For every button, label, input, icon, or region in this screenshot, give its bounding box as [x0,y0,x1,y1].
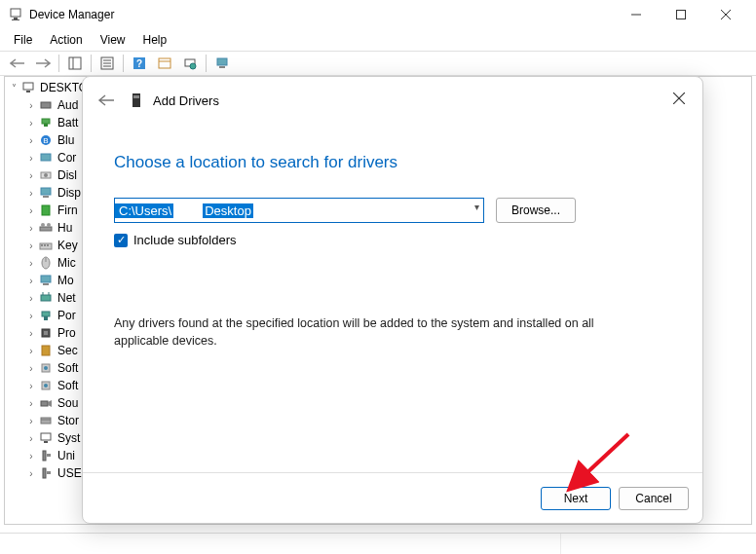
help-button[interactable]: ? [128,53,151,74]
toolbar-icon-1[interactable] [153,53,176,74]
expand-icon[interactable]: › [24,381,38,391]
expand-icon[interactable]: › [24,451,38,462]
device-category-icon [38,448,54,463]
tree-item-label: USE [57,466,82,480]
window-title: Device Manager [29,8,614,21]
tree-item-label: Batt [57,116,78,129]
device-category-icon [38,308,54,323]
expand-icon[interactable]: › [24,293,38,304]
browse-button[interactable]: Browse... [496,198,576,223]
device-category-icon [38,378,54,393]
status-bar [0,533,756,554]
svg-rect-24 [42,119,50,124]
dialog-footer: Next Cancel [83,472,702,523]
dialog-back-button[interactable] [94,89,118,112]
expand-icon[interactable]: › [24,328,38,339]
svg-rect-34 [40,227,52,231]
expand-icon[interactable]: › [24,258,38,269]
svg-rect-1 [14,18,18,19]
tree-item-label: Soft [57,379,78,392]
expand-icon[interactable]: › [24,170,38,181]
svg-point-56 [44,384,48,388]
menu-view[interactable]: View [93,31,133,49]
menu-file[interactable]: File [6,31,40,49]
minimize-button[interactable] [614,0,659,29]
expand-icon[interactable]: › [24,205,38,216]
tree-item-label: Aud [57,98,78,112]
tree-item-label: Cor [57,151,76,165]
device-category-icon [38,325,54,341]
tree-item-label: Firn [57,203,78,217]
expand-icon[interactable]: › [24,276,38,286]
info-text: Any drivers found at the specified locat… [114,315,640,350]
computer-icon [20,80,36,95]
expand-icon[interactable]: › [24,433,38,444]
next-button[interactable]: Next [541,487,611,510]
svg-rect-60 [41,433,51,440]
forward-button[interactable] [31,53,55,74]
device-category-icon [38,203,54,218]
svg-point-18 [190,63,196,69]
properties-button[interactable] [95,53,119,74]
svg-rect-20 [219,66,225,68]
menu-help[interactable]: Help [135,31,175,49]
cancel-button[interactable]: Cancel [619,487,689,510]
svg-text:B: B [43,136,48,145]
add-drivers-dialog: Add Drivers Choose a location to search … [82,76,703,524]
collapse-icon[interactable]: ˅ [7,83,20,93]
chevron-down-icon[interactable]: ▾ [474,202,479,212]
svg-rect-39 [44,244,46,246]
expand-icon[interactable]: › [24,100,38,111]
title-bar: Device Manager [0,0,756,29]
tree-item-label: Disl [57,168,77,182]
tree-item-label: Key [57,239,78,252]
tree-item-label: Hu [57,221,72,235]
tree-root-label: DESKTO [40,81,88,94]
tree-item-label: Syst [57,431,80,445]
svg-rect-23 [41,102,51,108]
device-category-icon [38,413,54,428]
expand-icon[interactable]: › [24,188,38,199]
svg-rect-45 [41,295,51,301]
svg-rect-61 [44,441,48,443]
expand-icon[interactable]: › [24,346,38,356]
device-category-icon [38,238,54,253]
svg-rect-57 [41,401,48,406]
svg-rect-58 [41,418,51,424]
devices-and-printers-button[interactable] [210,53,234,74]
maximize-button[interactable] [659,0,703,29]
device-category-icon [38,220,54,236]
menu-action[interactable]: Action [42,31,90,49]
back-button[interactable] [6,53,29,74]
device-category-icon [38,97,54,113]
expand-icon[interactable]: › [24,468,38,479]
svg-point-54 [44,366,48,370]
expand-icon[interactable]: › [24,398,38,409]
expand-icon[interactable]: › [24,153,38,164]
include-subfolders-checkbox[interactable]: ✓ [114,234,128,247]
device-category-icon [38,273,54,288]
svg-rect-4 [677,11,686,19]
scan-hardware-button[interactable] [178,53,202,74]
show-hide-console-tree-button[interactable] [63,53,87,74]
close-button[interactable] [703,0,748,29]
svg-rect-2 [12,19,19,20]
dialog-close-button[interactable] [665,85,693,112]
expand-icon[interactable]: › [24,311,38,321]
expand-icon[interactable]: › [24,118,38,129]
device-category-icon: B [38,132,54,148]
path-prefix: C:\Users\ [115,203,173,218]
svg-rect-64 [43,468,46,478]
expand-icon[interactable]: › [24,363,38,374]
expand-icon[interactable]: › [24,240,38,251]
device-category-icon [38,395,54,411]
expand-icon[interactable]: › [24,135,38,146]
svg-rect-22 [26,91,30,92]
toolbar: ? [0,51,756,76]
path-combo[interactable]: C:\Users\ Desktop ▾ [114,198,484,223]
device-category-icon [38,167,54,183]
device-category-icon [38,290,54,306]
expand-icon[interactable]: › [24,223,38,234]
expand-icon[interactable]: › [24,416,38,426]
svg-rect-69 [133,95,139,98]
